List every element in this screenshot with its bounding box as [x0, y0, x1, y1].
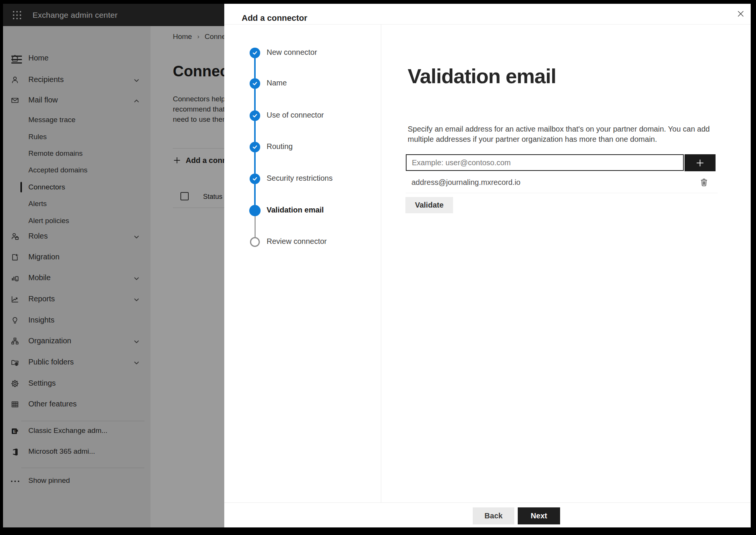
panel-title: Add a connector — [242, 13, 307, 23]
step-connector-line — [254, 121, 256, 142]
back-button[interactable]: Back — [473, 507, 514, 524]
check-icon — [252, 176, 258, 182]
screenshot-frame: Exchange admin center Home Recipients Ma… — [0, 0, 756, 535]
step-label-security-restrictions[interactable]: Security restrictions — [267, 174, 333, 183]
step-circle-use-of-connector[interactable] — [250, 110, 260, 121]
check-icon — [252, 113, 258, 119]
step-label-review-connector[interactable]: Review connector — [267, 237, 327, 246]
validation-address: address@journaling.mxrecord.io — [411, 178, 520, 187]
step-connector-line — [255, 216, 256, 237]
add-address-button[interactable] — [685, 154, 716, 171]
step-label-routing[interactable]: Routing — [267, 142, 293, 151]
step-connector-line — [254, 89, 256, 110]
wizard-column-divider — [381, 24, 381, 502]
step-connector-line — [254, 184, 256, 205]
delete-address-button[interactable] — [698, 176, 709, 188]
check-icon — [252, 144, 258, 150]
modal-dim-overlay — [3, 4, 224, 527]
step-circle-routing[interactable] — [250, 142, 260, 152]
validate-button[interactable]: Validate — [405, 197, 453, 213]
step-circle-security-restrictions[interactable] — [250, 174, 260, 184]
address-row-divider — [406, 193, 718, 193]
step-connector-line — [254, 58, 256, 78]
trash-icon — [700, 178, 708, 187]
step-circle-new-connector[interactable] — [250, 48, 260, 58]
next-button[interactable]: Next — [518, 507, 560, 524]
step-circle-name[interactable] — [250, 78, 260, 89]
close-icon — [737, 10, 744, 17]
step-description: Specify an email address for an active m… — [408, 124, 710, 144]
step-connector-line — [254, 152, 256, 174]
step-label-name[interactable]: Name — [267, 79, 287, 87]
step-circle-validation-email[interactable] — [249, 205, 261, 216]
email-address-input[interactable] — [406, 154, 684, 171]
step-circle-review-connector[interactable] — [250, 237, 260, 247]
add-connector-panel: Add a connector New connector Name Use o… — [224, 4, 751, 527]
panel-footer-divider — [224, 502, 751, 503]
panel-header-divider — [224, 24, 751, 25]
check-icon — [252, 50, 258, 56]
step-label-new-connector[interactable]: New connector — [267, 48, 317, 57]
step-label-validation-email[interactable]: Validation email — [267, 206, 324, 214]
step-label-use-of-connector[interactable]: Use of connector — [267, 111, 324, 119]
step-heading: Validation email — [408, 64, 556, 88]
check-icon — [252, 81, 258, 87]
add-icon — [695, 158, 705, 168]
close-button[interactable] — [734, 7, 747, 20]
app-window: Exchange admin center Home Recipients Ma… — [3, 4, 751, 527]
